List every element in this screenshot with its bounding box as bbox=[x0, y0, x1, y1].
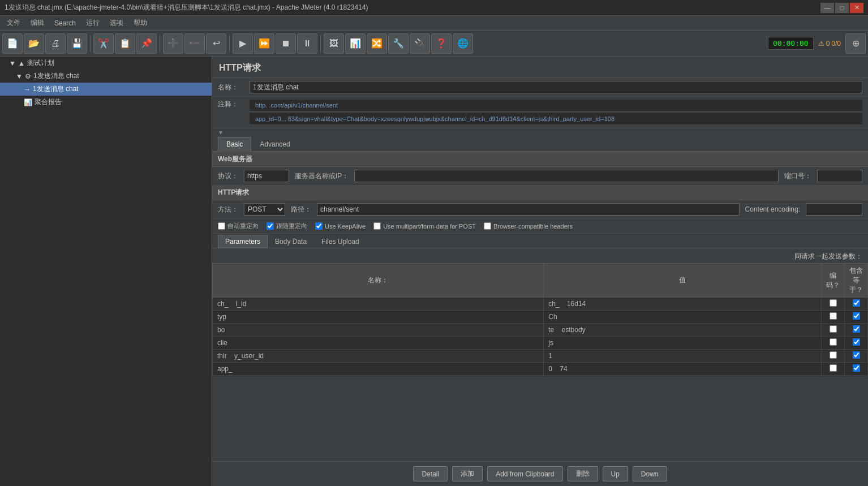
menu-help[interactable]: 帮助 bbox=[129, 17, 152, 29]
param-include[interactable] bbox=[845, 311, 868, 324]
paste-button[interactable]: 📌 bbox=[136, 33, 157, 54]
param-name[interactable]: bo bbox=[213, 324, 544, 337]
report-button[interactable]: 📊 bbox=[345, 33, 366, 54]
name-input[interactable] bbox=[250, 81, 862, 93]
checkbox-multipart[interactable]: Use multipart/form-data for POST bbox=[373, 222, 476, 230]
server-label: 服务器名称或IP： bbox=[295, 171, 349, 181]
new-button[interactable]: 📄 bbox=[2, 33, 23, 54]
param-encoded[interactable] bbox=[822, 337, 845, 350]
param-include[interactable] bbox=[845, 298, 868, 311]
table-row: bo te estbody bbox=[213, 324, 868, 337]
param-value[interactable]: Ch bbox=[544, 311, 822, 324]
http-request-header: HTTP请求 bbox=[212, 186, 868, 200]
param-value[interactable]: js bbox=[544, 337, 822, 350]
run-no-pause-button[interactable]: ⏩ bbox=[254, 33, 274, 54]
tree-item-test-plan[interactable]: ▼ ▲ 测试计划 bbox=[0, 57, 212, 70]
screenshot-button[interactable]: 🖼 bbox=[324, 33, 344, 54]
up-button[interactable]: Up bbox=[603, 466, 628, 481]
add-button[interactable]: ➕ bbox=[163, 33, 183, 54]
param-encoded[interactable] bbox=[822, 324, 845, 337]
checkbox-auto-redirect[interactable]: 自动重定向 bbox=[218, 222, 259, 230]
cut-button[interactable]: ✂️ bbox=[93, 33, 114, 54]
param-value[interactable]: ch_ 16d14 bbox=[544, 298, 822, 311]
toolbar-right: 00:00:00 ⚠ 0 0/0 ⊕ bbox=[768, 33, 866, 54]
method-select[interactable]: POST GET PUT DELETE bbox=[244, 203, 285, 216]
sub-tab-files-upload[interactable]: Files Upload bbox=[314, 235, 367, 248]
print-button[interactable]: 🖨 bbox=[45, 33, 66, 54]
tools-button[interactable]: 🔧 bbox=[388, 33, 409, 54]
stop-button[interactable]: ⏹ bbox=[276, 33, 296, 54]
protocol-input[interactable] bbox=[244, 170, 289, 182]
param-encoded[interactable] bbox=[822, 311, 845, 324]
maximize-button[interactable]: □ bbox=[835, 3, 849, 13]
tree-item-send-msg-request[interactable]: → 1发送消息 chat bbox=[0, 83, 212, 96]
minimize-button[interactable]: — bbox=[820, 3, 834, 13]
server-input[interactable] bbox=[354, 170, 779, 182]
param-include[interactable] bbox=[845, 376, 868, 377]
shuffle-button[interactable]: 🔀 bbox=[367, 33, 387, 54]
checkbox-follow-redirect[interactable]: 跟随重定向 bbox=[267, 222, 307, 230]
menu-run[interactable]: 运行 bbox=[81, 17, 104, 29]
path-input[interactable] bbox=[317, 203, 740, 216]
remote-button[interactable]: 🌐 bbox=[453, 33, 473, 54]
help-button[interactable]: ❓ bbox=[431, 33, 452, 54]
param-encoded[interactable] bbox=[822, 376, 845, 377]
tree-item-aggregate-report[interactable]: 📊 聚合报告 bbox=[0, 96, 212, 109]
method-label: 方法： bbox=[218, 205, 238, 214]
param-name[interactable]: clie bbox=[213, 337, 544, 350]
param-name[interactable]: app_ bbox=[213, 363, 544, 376]
param-name[interactable]: signed_at bbox=[213, 376, 544, 377]
param-value[interactable]: te estbody bbox=[544, 324, 822, 337]
close-button[interactable]: ✕ bbox=[850, 3, 863, 13]
port-input[interactable] bbox=[817, 170, 862, 182]
param-include[interactable] bbox=[845, 350, 868, 363]
plugin-button[interactable]: 🔌 bbox=[410, 33, 430, 54]
param-include[interactable] bbox=[845, 337, 868, 350]
add-from-clipboard-button[interactable]: Add from Clipboard bbox=[487, 466, 562, 481]
menu-file[interactable]: 文件 bbox=[2, 17, 25, 29]
tab-advanced[interactable]: Advanced bbox=[251, 137, 298, 152]
col-include: 包含等于？ bbox=[845, 264, 868, 298]
open-button[interactable]: 📂 bbox=[24, 33, 44, 54]
undo-button[interactable]: ↩ bbox=[206, 33, 226, 54]
warning-icon: ⚠ bbox=[818, 40, 824, 48]
param-encoded[interactable] bbox=[822, 363, 845, 376]
param-name[interactable]: typ bbox=[213, 311, 544, 324]
global-settings-button[interactable]: ⊕ bbox=[845, 33, 866, 54]
param-name[interactable]: thir y_user_id bbox=[213, 350, 544, 363]
table-row: clie js bbox=[213, 337, 868, 350]
table-row: signed_at $ ne(,)} bbox=[213, 376, 868, 377]
param-value[interactable]: 1 bbox=[544, 350, 822, 363]
menu-options[interactable]: 选项 bbox=[105, 17, 128, 29]
param-include[interactable] bbox=[845, 324, 868, 337]
param-value[interactable]: $ ne(,)} bbox=[544, 376, 822, 377]
param-include[interactable] bbox=[845, 363, 868, 376]
title-bar: 1发送消息 chat.jmx (E:\apache-jmeter-4.0\bin… bbox=[0, 0, 868, 16]
menu-search[interactable]: Search bbox=[50, 18, 80, 28]
url-line-2: app_id=0... 83&sign=vhall&type=Chat&body… bbox=[250, 113, 862, 125]
pause-button[interactable]: ⏸ bbox=[297, 33, 317, 54]
param-encoded[interactable] bbox=[822, 350, 845, 363]
add-param-button[interactable]: 添加 bbox=[452, 466, 483, 481]
checkbox-keepalive[interactable]: Use KeepAlive bbox=[315, 222, 366, 230]
checkbox-browser-headers[interactable]: Browser-compatible headers bbox=[484, 222, 573, 230]
collapse-arrow[interactable]: ▼ bbox=[212, 128, 868, 137]
main-layout: ▼ ▲ 测试计划 ▼ ⚙ 1发送消息 chat → 1发送消息 chat 📊 聚… bbox=[0, 57, 868, 486]
tab-basic[interactable]: Basic bbox=[218, 137, 251, 152]
param-name[interactable]: ch_ l_id bbox=[213, 298, 544, 311]
remove-button[interactable]: ➖ bbox=[184, 33, 205, 54]
detail-button[interactable]: Detail bbox=[413, 466, 448, 481]
down-button[interactable]: Down bbox=[633, 466, 667, 481]
menu-edit[interactable]: 编辑 bbox=[26, 17, 49, 29]
sub-tab-body-data[interactable]: Body Data bbox=[268, 235, 314, 248]
param-encoded[interactable] bbox=[822, 298, 845, 311]
content-encoding-input[interactable] bbox=[806, 203, 862, 216]
save-button[interactable]: 💾 bbox=[67, 33, 87, 54]
sub-tab-parameters[interactable]: Parameters bbox=[218, 235, 268, 248]
delete-button[interactable]: 删除 bbox=[568, 466, 598, 481]
tree-item-send-msg[interactable]: ▼ ⚙ 1发送消息 chat bbox=[0, 70, 212, 83]
tabs-bar: Basic Advanced bbox=[212, 137, 868, 152]
run-button[interactable]: ▶ bbox=[233, 33, 253, 54]
param-value[interactable]: 0 74 bbox=[544, 363, 822, 376]
copy-button[interactable]: 📋 bbox=[115, 33, 135, 54]
